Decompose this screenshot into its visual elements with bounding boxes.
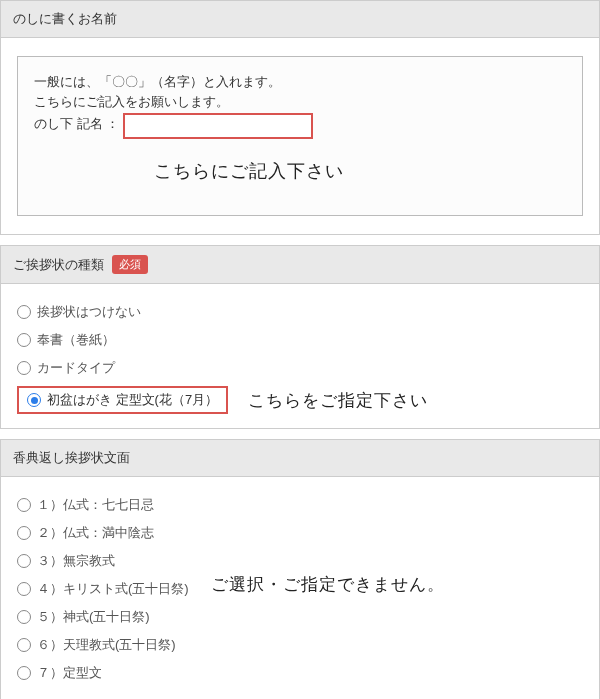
section3-hint: ご選択・ご指定できません。	[211, 573, 445, 596]
section2-title: ご挨拶状の種類	[13, 256, 104, 274]
radio-icon	[17, 666, 31, 680]
option-label: ５）神式(五十日祭)	[37, 608, 150, 626]
koden-option[interactable]: １）仏式：七七日忌	[17, 491, 583, 519]
koden-option[interactable]: ２）仏式：満中陰志	[17, 519, 583, 547]
radio-icon	[17, 305, 31, 319]
radio-icon	[17, 554, 31, 568]
option-label: 挨拶状はつけない	[37, 303, 141, 321]
option-label: ６）天理教式(五十日祭)	[37, 636, 176, 654]
radio-icon	[17, 582, 31, 596]
note-line1: 一般には、「〇〇」（名字）と入れます。	[34, 73, 566, 91]
radio-icon	[17, 333, 31, 347]
name-prefix: のし下 記名 ：	[34, 113, 123, 133]
option-label: ２）仏式：満中陰志	[37, 524, 154, 542]
option-label: ７）定型文	[37, 664, 102, 682]
required-badge: 必須	[112, 255, 148, 274]
note-line2: こちらにご記入をお願いします。	[34, 93, 566, 111]
koden-option[interactable]: ３）無宗教式	[17, 547, 583, 575]
greeting-option[interactable]: カードタイプ	[17, 354, 583, 382]
radio-icon	[17, 361, 31, 375]
section2-header: ご挨拶状の種類 必須	[0, 245, 600, 284]
section2-hint: こちらをご指定下さい	[248, 389, 428, 412]
section1-title: のしに書くお名前	[13, 10, 117, 28]
radio-icon	[17, 610, 31, 624]
radio-icon	[17, 498, 31, 512]
koden-option[interactable]: ７）定型文	[17, 659, 583, 687]
option-label: １）仏式：七七日忌	[37, 496, 154, 514]
koden-option[interactable]: ５）神式(五十日祭)	[17, 603, 583, 631]
option-label: ４）キリスト式(五十日祭)	[37, 580, 189, 598]
section1-header: のしに書くお名前	[0, 0, 600, 38]
radio-icon	[17, 638, 31, 652]
noshi-name-input[interactable]	[123, 113, 313, 139]
koden-option[interactable]: ６）天理教式(五十日祭)	[17, 631, 583, 659]
option-label: カードタイプ	[37, 359, 115, 377]
noshi-note-box: 一般には、「〇〇」（名字）と入れます。 こちらにご記入をお願いします。 のし下 …	[17, 56, 583, 216]
greeting-type-list: 挨拶状はつけない 奉書（巻紙） カードタイプ 初盆はがき 定型文(花（7月） こ…	[0, 284, 600, 429]
greeting-option-highlighted[interactable]: 初盆はがき 定型文(花（7月）	[17, 386, 228, 414]
radio-icon	[27, 393, 41, 407]
koden-text-list: １）仏式：七七日忌 ２）仏式：満中陰志 ３）無宗教式 ４）キリスト式(五十日祭)…	[0, 477, 600, 699]
greeting-option[interactable]: 挨拶状はつけない	[17, 298, 583, 326]
greeting-option[interactable]: 奉書（巻紙）	[17, 326, 583, 354]
section1-panel: 一般には、「〇〇」（名字）と入れます。 こちらにご記入をお願いします。 のし下 …	[0, 38, 600, 235]
option-label: 奉書（巻紙）	[37, 331, 115, 349]
option-label: 初盆はがき 定型文(花（7月）	[47, 391, 218, 409]
section1-hint: こちらにご記入下さい	[154, 159, 566, 184]
option-label: ３）無宗教式	[37, 552, 115, 570]
section3-header: 香典返し挨拶状文面	[0, 439, 600, 477]
section3-title: 香典返し挨拶状文面	[13, 449, 130, 467]
radio-icon	[17, 526, 31, 540]
